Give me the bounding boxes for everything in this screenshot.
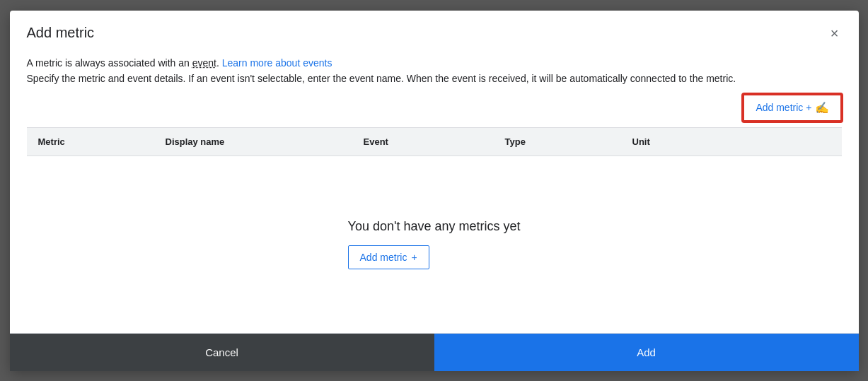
col-header-event: Event xyxy=(352,128,494,156)
close-button[interactable]: × xyxy=(828,23,842,43)
dialog: Add metric × A metric is always associat… xyxy=(10,11,859,371)
info-prefix: A metric is always associated with an xyxy=(27,57,192,69)
cursor-icon: ✍ xyxy=(815,101,829,115)
add-metric-primary-icon: + xyxy=(806,102,811,113)
add-metric-secondary-label: Add metric xyxy=(360,252,407,263)
cancel-button[interactable]: Cancel xyxy=(10,334,434,371)
dialog-footer: Cancel Add xyxy=(10,333,859,371)
add-metric-secondary-icon: + xyxy=(411,252,417,263)
dialog-body: A metric is always associated with an ev… xyxy=(10,52,859,333)
col-header-display-name: Display name xyxy=(154,128,352,156)
info-line1: A metric is always associated with an ev… xyxy=(27,57,842,69)
add-metric-button-primary[interactable]: Add metric + ✍ xyxy=(743,94,841,122)
info-line2: Specify the metric and event details. If… xyxy=(27,73,842,84)
table-body: You don't have any metrics yet Add metri… xyxy=(27,156,842,333)
learn-more-link[interactable]: Learn more about events xyxy=(222,57,332,69)
col-header-metric: Metric xyxy=(27,128,154,156)
table-header: Metric Display name Event Type Unit xyxy=(27,127,842,156)
add-button[interactable]: Add xyxy=(434,334,859,371)
toolbar: Add metric + ✍ xyxy=(27,94,842,122)
info-event-anchor: event xyxy=(192,57,216,69)
col-header-extra xyxy=(748,128,842,156)
empty-state: You don't have any metrics yet Add metri… xyxy=(348,205,521,283)
dialog-title: Add metric xyxy=(27,25,95,41)
empty-state-message: You don't have any metrics yet xyxy=(348,219,521,234)
col-header-unit: Unit xyxy=(621,128,748,156)
add-metric-button-secondary[interactable]: Add metric + xyxy=(348,245,429,269)
dialog-header: Add metric × xyxy=(10,11,859,52)
col-header-type: Type xyxy=(494,128,621,156)
add-metric-primary-label: Add metric xyxy=(756,102,803,113)
overlay: Add metric × A metric is always associat… xyxy=(0,0,868,381)
